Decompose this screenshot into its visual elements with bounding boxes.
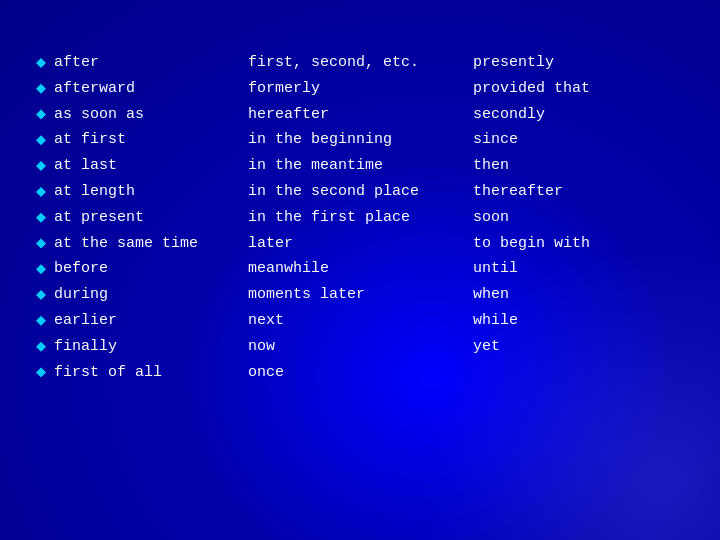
- item-label: during: [54, 282, 108, 308]
- bullet-icon: [36, 367, 46, 377]
- item-label: after: [54, 50, 99, 76]
- item-label: while: [473, 308, 518, 334]
- bullet-icon: [36, 187, 46, 197]
- list-item: as soon as: [36, 102, 246, 128]
- list-item: at present: [36, 205, 246, 231]
- content-columns: afterafterwardas soon asat firstat lasta…: [36, 50, 684, 385]
- item-label: thereafter: [473, 179, 563, 205]
- bullet-icon: [36, 316, 46, 326]
- bullet-icon: [36, 135, 46, 145]
- item-label: finally: [54, 334, 117, 360]
- list-item: when: [471, 282, 671, 308]
- item-label: at first: [54, 127, 126, 153]
- item-label: when: [473, 282, 509, 308]
- slide: afterafterwardas soon asat firstat lasta…: [0, 0, 720, 540]
- list-item: afterward: [36, 76, 246, 102]
- bullet-icon: [36, 290, 46, 300]
- list-item: since: [471, 127, 671, 153]
- list-item: until: [471, 256, 671, 282]
- list-item: in the second place: [246, 179, 471, 205]
- list-item: to begin with: [471, 231, 671, 257]
- column-1: afterafterwardas soon asat firstat lasta…: [36, 50, 246, 385]
- item-label: at present: [54, 205, 144, 231]
- bullet-icon: [36, 213, 46, 223]
- item-label: first of all: [54, 360, 162, 386]
- item-label: secondly: [473, 102, 545, 128]
- list-item: then: [471, 153, 671, 179]
- list-item: now: [246, 334, 471, 360]
- item-label: soon: [473, 205, 509, 231]
- list-item: in the first place: [246, 205, 471, 231]
- item-label: provided that: [473, 76, 590, 102]
- item-label: meanwhile: [248, 256, 329, 282]
- item-label: next: [248, 308, 284, 334]
- list-item: at first: [36, 127, 246, 153]
- list-item: in the beginning: [246, 127, 471, 153]
- item-label: in the meantime: [248, 153, 383, 179]
- item-label: afterward: [54, 76, 135, 102]
- list-item: at length: [36, 179, 246, 205]
- bullet-icon: [36, 264, 46, 274]
- item-label: at the same time: [54, 231, 198, 257]
- item-label: earlier: [54, 308, 117, 334]
- list-item: in the meantime: [246, 153, 471, 179]
- list-item: thereafter: [471, 179, 671, 205]
- item-label: later: [248, 231, 293, 257]
- item-label: before: [54, 256, 108, 282]
- item-label: in the beginning: [248, 127, 392, 153]
- bullet-icon: [36, 161, 46, 171]
- list-item: during: [36, 282, 246, 308]
- item-label: at last: [54, 153, 117, 179]
- list-item: earlier: [36, 308, 246, 334]
- item-label: since: [473, 127, 518, 153]
- item-label: first, second, etc.: [248, 50, 419, 76]
- list-item: before: [36, 256, 246, 282]
- item-label: until: [473, 256, 518, 282]
- list-item: once: [246, 360, 471, 386]
- item-label: in the first place: [248, 205, 410, 231]
- item-label: at length: [54, 179, 135, 205]
- list-item: first of all: [36, 360, 246, 386]
- list-item: finally: [36, 334, 246, 360]
- list-item: yet: [471, 334, 671, 360]
- item-label: moments later: [248, 282, 365, 308]
- item-label: as soon as: [54, 102, 144, 128]
- item-label: now: [248, 334, 275, 360]
- list-item: at the same time: [36, 231, 246, 257]
- item-label: in the second place: [248, 179, 419, 205]
- list-item: soon: [471, 205, 671, 231]
- list-item: next: [246, 308, 471, 334]
- item-label: formerly: [248, 76, 320, 102]
- column-3: presentlyprovided thatsecondlysincethent…: [471, 50, 671, 360]
- list-item: later: [246, 231, 471, 257]
- bullet-icon: [36, 58, 46, 68]
- list-item: moments later: [246, 282, 471, 308]
- bullet-icon: [36, 84, 46, 94]
- list-item: after: [36, 50, 246, 76]
- list-item: presently: [471, 50, 671, 76]
- item-label: yet: [473, 334, 500, 360]
- column-2: first, second, etc.formerlyhereafterin t…: [246, 50, 471, 385]
- list-item: meanwhile: [246, 256, 471, 282]
- bullet-icon: [36, 342, 46, 352]
- list-item: at last: [36, 153, 246, 179]
- list-item: provided that: [471, 76, 671, 102]
- bullet-icon: [36, 238, 46, 248]
- item-label: hereafter: [248, 102, 329, 128]
- list-item: hereafter: [246, 102, 471, 128]
- item-label: to begin with: [473, 231, 590, 257]
- list-item: secondly: [471, 102, 671, 128]
- bullet-icon: [36, 109, 46, 119]
- item-label: once: [248, 360, 284, 386]
- item-label: presently: [473, 50, 554, 76]
- list-item: formerly: [246, 76, 471, 102]
- list-item: while: [471, 308, 671, 334]
- item-label: then: [473, 153, 509, 179]
- list-item: first, second, etc.: [246, 50, 471, 76]
